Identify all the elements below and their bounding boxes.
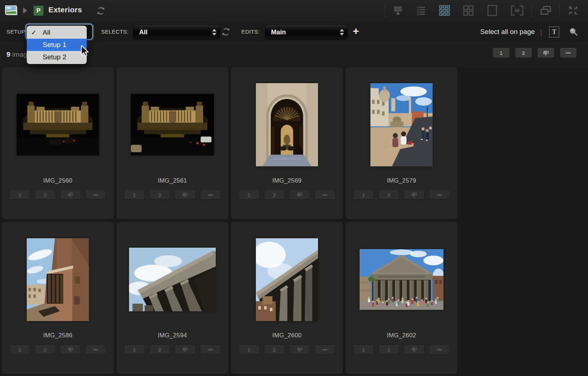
image-card[interactable]: IMG_2586 1 2 bbox=[2, 222, 114, 374]
reject-button[interactable] bbox=[60, 190, 81, 200]
photo-thumbnail[interactable] bbox=[256, 238, 318, 321]
image-filename: IMG_2561 bbox=[116, 177, 228, 184]
select-all-on-page-button[interactable]: Select all on page bbox=[480, 28, 535, 36]
image-card[interactable]: IMG_2602 1 2 bbox=[345, 222, 458, 374]
fullscreen-icon[interactable] bbox=[568, 5, 579, 16]
setup-label: SETUP: bbox=[7, 29, 27, 35]
project-badge[interactable]: P bbox=[33, 5, 44, 16]
breadcrumb-arrow-icon bbox=[23, 8, 27, 13]
clear-rating-button[interactable] bbox=[429, 190, 450, 200]
clear-rating-button[interactable] bbox=[200, 190, 220, 200]
structure-view-icon[interactable] bbox=[393, 5, 403, 16]
photos-library-icon[interactable] bbox=[5, 5, 17, 15]
photo-thumbnail[interactable] bbox=[256, 83, 318, 166]
clear-rating-button[interactable] bbox=[86, 345, 106, 354]
grid-view-icon[interactable] bbox=[439, 5, 450, 16]
reject-button[interactable] bbox=[289, 190, 310, 200]
rate-1-button[interactable]: 1 bbox=[124, 345, 145, 354]
rate-1-button[interactable]: 1 bbox=[10, 345, 30, 354]
minus-icon bbox=[322, 195, 327, 196]
selects-dropdown[interactable]: All bbox=[133, 25, 220, 39]
rate-2-button[interactable]: 2 bbox=[264, 345, 284, 354]
thumbs-down-icon bbox=[297, 192, 302, 198]
text-tool-icon[interactable]: T bbox=[549, 26, 559, 38]
reject-button[interactable] bbox=[289, 345, 310, 354]
menu-item-setup-1[interactable]: Setup 1 bbox=[27, 39, 87, 51]
clear-rating-button[interactable] bbox=[86, 190, 106, 200]
reject-button[interactable] bbox=[404, 190, 424, 200]
photo-thumbnail[interactable] bbox=[129, 248, 216, 311]
selects-label: SELECTS: bbox=[101, 29, 129, 35]
image-filename: IMG_2569 bbox=[231, 177, 343, 184]
thumbs-down-icon bbox=[68, 192, 73, 198]
add-edit-button[interactable]: + bbox=[353, 25, 359, 37]
thumbs-down-icon bbox=[411, 192, 417, 198]
status-row: 9 images 1 2 bbox=[0, 43, 588, 67]
stepper-arrows-icon bbox=[209, 25, 220, 39]
rate-1-button[interactable]: 1 bbox=[10, 190, 30, 200]
image-grid: IMG_2560 1 2 IMG_2561 1 2 IMG_2569 bbox=[2, 67, 458, 374]
refresh-icon[interactable] bbox=[96, 6, 106, 16]
compare-view-icon[interactable] bbox=[511, 5, 524, 16]
rate-2-button[interactable]: 2 bbox=[150, 345, 170, 354]
reject-button[interactable] bbox=[404, 345, 424, 354]
minus-icon bbox=[437, 349, 442, 350]
minus-icon bbox=[208, 349, 213, 350]
thumbs-down-icon bbox=[297, 347, 302, 352]
selects-refresh-icon[interactable] bbox=[221, 27, 231, 37]
rate-1-button[interactable]: 1 bbox=[239, 190, 259, 200]
rate-1-button[interactable]: 1 bbox=[493, 48, 510, 58]
image-card[interactable]: IMG_2569 1 2 bbox=[231, 67, 343, 219]
list-view-icon[interactable] bbox=[416, 5, 426, 16]
duplicate-view-icon[interactable] bbox=[540, 5, 551, 16]
search-icon[interactable] bbox=[568, 27, 579, 37]
filter-bar: SETUP: SELECTS: All EDITS: Main + Select… bbox=[0, 21, 588, 43]
minus-icon bbox=[93, 195, 98, 196]
minus-icon bbox=[208, 195, 213, 196]
image-filename: IMG_2586 bbox=[2, 332, 114, 339]
photo-thumbnail[interactable] bbox=[360, 249, 443, 310]
thumbs-down-icon bbox=[68, 347, 73, 352]
rate-1-button[interactable]: 1 bbox=[353, 190, 374, 200]
large-grid-view-icon[interactable] bbox=[463, 5, 474, 16]
photo-thumbnail[interactable] bbox=[370, 83, 433, 166]
rate-2-button[interactable]: 2 bbox=[150, 190, 170, 200]
reject-button[interactable] bbox=[60, 345, 81, 354]
image-card[interactable]: IMG_2600 1 2 bbox=[231, 222, 343, 374]
photo-thumbnail[interactable] bbox=[17, 94, 99, 155]
toolbar-separator bbox=[559, 3, 560, 18]
thumbs-down-icon bbox=[182, 347, 188, 352]
single-image-view-icon[interactable] bbox=[487, 5, 498, 16]
clear-rating-button[interactable] bbox=[315, 190, 335, 200]
image-card[interactable]: IMG_2579 1 2 bbox=[345, 67, 458, 219]
photo-thumbnail[interactable] bbox=[27, 238, 89, 321]
rate-2-button[interactable]: 2 bbox=[379, 190, 399, 200]
title-bar: P Exteriors bbox=[0, 0, 588, 21]
rate-2-button[interactable]: 2 bbox=[515, 48, 532, 58]
clear-rating-button[interactable] bbox=[200, 345, 220, 354]
rate-2-button[interactable]: 2 bbox=[35, 190, 55, 200]
menu-item-all[interactable]: ✓ All bbox=[27, 26, 87, 39]
rate-2-button[interactable]: 2 bbox=[379, 345, 399, 354]
image-card[interactable]: IMG_2561 1 2 bbox=[116, 67, 228, 219]
photo-thumbnail[interactable] bbox=[131, 94, 214, 155]
image-filename: IMG_2579 bbox=[345, 177, 458, 184]
menu-item-setup-2[interactable]: Setup 2 bbox=[27, 51, 87, 63]
edits-dropdown[interactable]: Main bbox=[265, 25, 348, 39]
setup-dropdown-menu: ✓ All Setup 1 Setup 2 bbox=[27, 26, 87, 64]
rate-1-button[interactable]: 1 bbox=[239, 345, 259, 354]
rate-2-button[interactable]: 2 bbox=[264, 190, 284, 200]
rate-1-button[interactable]: 1 bbox=[124, 190, 145, 200]
clear-rating-button[interactable] bbox=[429, 345, 450, 354]
reject-button[interactable] bbox=[175, 190, 195, 200]
clear-rating-button[interactable] bbox=[560, 48, 577, 58]
thumbs-down-icon bbox=[182, 192, 188, 198]
thumbs-down-icon bbox=[411, 347, 417, 352]
reject-button[interactable] bbox=[537, 48, 554, 58]
reject-button[interactable] bbox=[175, 345, 195, 354]
rate-1-button[interactable]: 1 bbox=[353, 345, 374, 354]
image-card[interactable]: IMG_2594 1 2 bbox=[116, 222, 228, 374]
clear-rating-button[interactable] bbox=[315, 345, 335, 354]
rate-2-button[interactable]: 2 bbox=[35, 345, 55, 354]
image-card[interactable]: IMG_2560 1 2 bbox=[2, 67, 114, 219]
